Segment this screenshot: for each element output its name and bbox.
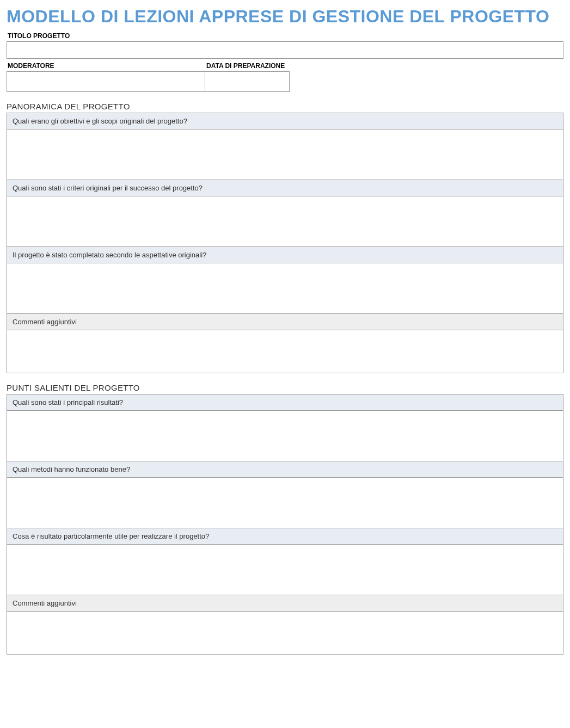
- document-title: MODELLO DI LEZIONI APPRESE DI GESTIONE D…: [7, 7, 563, 27]
- project-title-field: TITOLO PROGETTO: [7, 32, 563, 59]
- question-label-comments: Commenti aggiuntivi: [7, 313, 563, 330]
- answer-input[interactable]: [7, 545, 563, 595]
- answer-input[interactable]: [7, 330, 563, 373]
- moderator-input[interactable]: [7, 71, 205, 92]
- question-label: Quali erano gli obiettivi e gli scopi or…: [7, 113, 563, 129]
- answer-input[interactable]: [7, 196, 563, 246]
- answer-input[interactable]: [7, 478, 563, 528]
- section-highlights: PUNTI SALIENTI DEL PROGETTO Quali sono s…: [7, 383, 563, 655]
- question-label-comments: Commenti aggiuntivi: [7, 595, 563, 612]
- answer-input[interactable]: [7, 263, 563, 313]
- section-title-overview: PANORAMICA DEL PROGETTO: [7, 102, 563, 111]
- moderator-label: MODERATORE: [7, 62, 205, 70]
- question-label: Quali metodi hanno funzionato bene?: [7, 461, 563, 478]
- answer-input[interactable]: [7, 612, 563, 654]
- section-overview: PANORAMICA DEL PROGETTO Quali erano gli …: [7, 102, 563, 373]
- section-title-highlights: PUNTI SALIENTI DEL PROGETTO: [7, 383, 563, 392]
- answer-input[interactable]: [7, 129, 563, 180]
- section-box: Quali sono stati i principali risultati?…: [7, 394, 563, 655]
- section-box: Quali erano gli obiettivi e gli scopi or…: [7, 113, 563, 373]
- question-label: Cosa è risultato particolarmente utile p…: [7, 528, 563, 545]
- date-label: DATA DI PREPARAZIONE: [205, 62, 290, 70]
- question-label: Quali sono stati i principali risultati?: [7, 394, 563, 411]
- moderator-field: MODERATORE: [7, 62, 205, 92]
- project-title-label: TITOLO PROGETTO: [7, 32, 563, 40]
- question-label: Quali sono stati i criteri originali per…: [7, 180, 563, 196]
- project-title-input[interactable]: [7, 41, 563, 59]
- date-field: DATA DI PREPARAZIONE: [205, 62, 290, 92]
- date-input[interactable]: [205, 71, 290, 92]
- question-label: Il progetto è stato completato secondo l…: [7, 246, 563, 263]
- answer-input[interactable]: [7, 411, 563, 461]
